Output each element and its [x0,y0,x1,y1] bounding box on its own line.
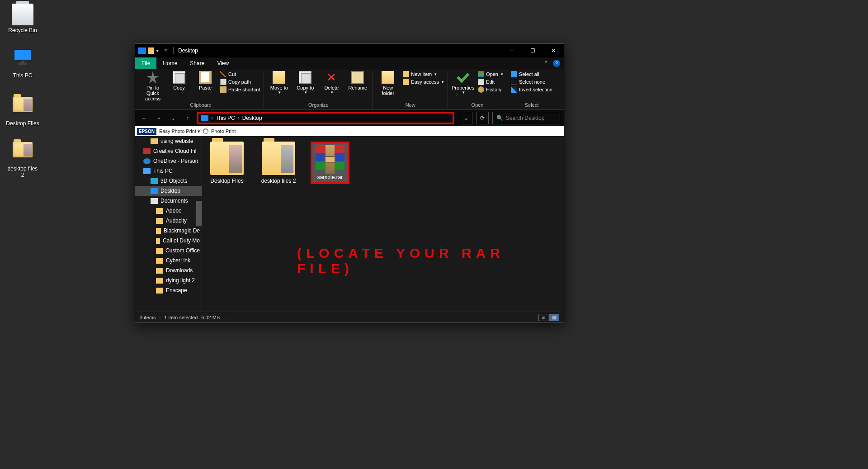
tree-item-icon [151,138,158,144]
edit-button[interactable]: Edit [478,79,503,85]
paste-shortcut-button[interactable]: Paste shortcut [220,86,260,93]
details-view-button[interactable]: ≡ [538,314,548,321]
tree-item[interactable]: Downloads [135,265,202,275]
desktop-icon-desktop-files[interactable]: Desktop FIles [5,93,40,127]
tree-item[interactable]: Enscape [135,285,202,295]
qat-dropdown-icon[interactable]: ▾ [156,47,162,54]
tree-item[interactable]: dying light 2 [135,275,202,285]
file-label: desktop files 2 [259,178,298,184]
tree-item[interactable]: OneDrive - Person [135,156,202,166]
open-button[interactable]: Open▾ [478,71,503,77]
properties-icon [457,71,469,84]
icons-view-button[interactable]: ▦ [549,314,559,321]
status-selected-count: 1 item selected [164,315,198,320]
desktop-icon-desktop-files-2[interactable]: desktop files 2 [5,138,40,179]
close-button[interactable]: ✕ [543,44,564,57]
tab-share[interactable]: Share [184,57,211,69]
photo-print-icon: ⬤ [203,128,208,134]
history-icon [478,86,484,93]
tree-item-label: Custom Office [165,247,200,254]
copy-to-button[interactable]: Copy to▾ [294,71,316,95]
tree-item[interactable]: Desktop [135,186,202,196]
pin-to-quick-access-button[interactable]: Pin to Quick access [142,71,164,101]
ribbon: Pin to Quick access Copy Paste Cut Copy … [135,69,564,110]
tree-item-label: This PC [153,168,173,174]
rename-button[interactable]: Rename [346,71,369,90]
tab-file[interactable]: File [135,57,156,69]
paste-icon [199,71,212,84]
folder-icon[interactable] [148,47,154,54]
cut-icon [220,71,226,77]
address-history-button[interactable]: ⌄ [460,112,472,124]
search-input[interactable]: 🔍 Search Desktop [492,112,560,124]
forward-button[interactable]: → [153,113,164,123]
cut-button[interactable]: Cut [220,71,260,77]
tab-view[interactable]: View [211,57,235,69]
invert-selection-button[interactable]: Invert selection [511,86,552,93]
refresh-button[interactable]: ⟳ [476,112,489,124]
maximize-button[interactable]: ☐ [522,44,543,57]
annotation-text: (LOCATE YOUR RAR FILE) [297,246,564,276]
breadcrumb-segment[interactable]: This PC [216,115,235,121]
up-button[interactable]: ↑ [182,113,193,123]
tree-item[interactable]: Adobe [135,206,202,216]
new-item-button[interactable]: New item▾ [403,71,444,77]
tree-item[interactable]: 3D Objects [135,176,202,186]
easy-access-button[interactable]: Easy access▾ [403,79,444,85]
copy-button[interactable]: Copy [168,71,190,90]
tree-item[interactable]: Call of Duty Mo [135,236,202,246]
tree-item-icon [156,288,163,294]
file-list-view[interactable]: Desktop FIles desktop files 2 sample.rar… [202,136,564,312]
tree-item[interactable]: Documents [135,196,202,206]
tree-item[interactable]: Audacity [135,216,202,226]
ribbon-group-label: Select [511,101,552,109]
minimize-button[interactable]: ─ [501,44,522,57]
tree-item-label: Documents [160,198,188,204]
easy-access-icon [403,79,409,85]
scrollbar-thumb[interactable] [196,201,202,226]
desktop-icon-recycle-bin[interactable]: Recycle Bin [5,4,40,33]
tree-item[interactable]: CyberLink [135,256,202,265]
file-item-sample-rar[interactable]: sample.rar [311,142,349,184]
file-item-desktop-files[interactable]: Desktop FIles [208,142,246,184]
folder-icon [13,97,33,112]
tree-item[interactable]: Creative Cloud Fil [135,146,202,156]
collapse-ribbon-button[interactable]: ⌃ [544,60,548,66]
file-item-desktop-files-2[interactable]: desktop files 2 [259,142,298,184]
pc-icon [201,115,208,121]
move-to-button[interactable]: Move to▾ [268,71,290,95]
new-folder-icon [382,71,394,84]
properties-button[interactable]: Properties▾ [452,71,474,95]
recycle-bin-icon [12,4,33,25]
status-item-count: 3 items [140,315,156,320]
select-none-button[interactable]: Select none [511,79,552,85]
back-button[interactable]: ← [139,113,150,123]
epson-easy-print-button[interactable]: Easy Photo Print ▾ [159,128,200,134]
desktop-icon-this-pc[interactable]: This PC [5,48,40,79]
qat-overflow-icon[interactable]: ≡ [164,47,170,54]
titlebar[interactable]: ▾ ≡ Desktop ─ ☐ ✕ [135,44,564,57]
copy-path-button[interactable]: Copy path [220,79,260,85]
ribbon-group-label: Organize [268,101,369,109]
address-bar[interactable]: › This PC › Desktop [197,112,454,124]
tree-item-icon [143,168,151,174]
tree-item-icon [151,198,158,204]
tree-item[interactable]: using webiste [135,136,202,146]
delete-button[interactable]: ✕Delete▾ [320,71,343,95]
folder-icon [13,142,33,157]
navigation-tree[interactable]: using webisteCreative Cloud FilOneDrive … [135,136,202,312]
tree-item[interactable]: This PC [135,166,202,176]
tab-home[interactable]: Home [156,57,184,69]
help-button[interactable]: ? [553,60,560,67]
new-folder-button[interactable]: New folder [377,71,399,96]
recent-locations-button[interactable]: ⌄ [168,113,179,123]
paste-button[interactable]: Paste [194,71,217,90]
tree-item[interactable]: Custom Office [135,246,202,256]
tree-item[interactable]: Blackmagic De [135,226,202,236]
history-button[interactable]: History [478,86,503,93]
tree-item-icon [156,278,163,284]
breadcrumb-segment[interactable]: Desktop [242,115,262,121]
select-all-button[interactable]: Select all [511,71,552,77]
epson-photo-print-button[interactable]: Photo Print [211,128,236,134]
divider: | [223,315,225,320]
